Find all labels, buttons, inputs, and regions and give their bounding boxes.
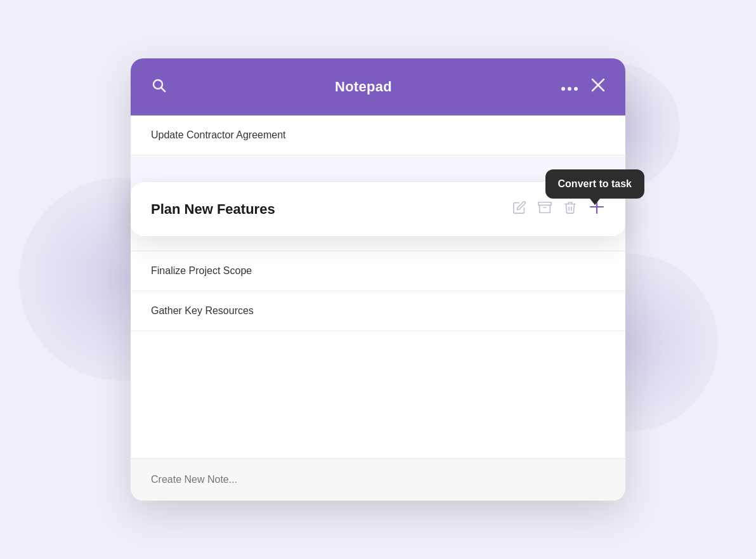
close-icon[interactable]	[591, 78, 605, 96]
archive-icon[interactable]	[538, 201, 552, 218]
app-title: Notepad	[335, 79, 392, 95]
delete-icon[interactable]	[563, 201, 577, 218]
note-item-4[interactable]: Finalize Project Scope	[131, 251, 625, 291]
header-actions	[561, 78, 605, 96]
tooltip-text: Convert to task	[558, 178, 632, 189]
note-item-text-5: Gather Key Resources	[151, 305, 254, 317]
create-note-area	[131, 458, 625, 501]
notes-list: Update Contractor Agreement How To Manag…	[131, 115, 625, 458]
note-item-1[interactable]: Update Contractor Agreement	[131, 115, 625, 155]
notepad-header: Notepad	[131, 58, 625, 115]
svg-point-3	[568, 87, 571, 91]
create-note-input[interactable]	[151, 474, 605, 485]
notepad-panel: Notepad	[131, 58, 625, 501]
note-item-5[interactable]: Gather Key Resources	[131, 291, 625, 331]
selected-note-title: Plan New Features	[151, 201, 275, 218]
convert-to-task-tooltip: Convert to task	[545, 169, 644, 199]
edit-icon[interactable]	[512, 201, 526, 218]
note-item-text-1: Update Contractor Agreement	[151, 129, 286, 141]
empty-area	[131, 331, 625, 458]
svg-point-2	[561, 87, 565, 91]
search-icon[interactable]	[151, 77, 166, 96]
more-options-icon[interactable]	[561, 79, 578, 95]
scene-wrapper: Notepad	[131, 58, 625, 501]
note-item-text-4: Finalize Project Scope	[151, 265, 252, 277]
svg-line-1	[162, 88, 166, 92]
svg-point-4	[574, 87, 578, 91]
svg-rect-7	[538, 202, 551, 206]
